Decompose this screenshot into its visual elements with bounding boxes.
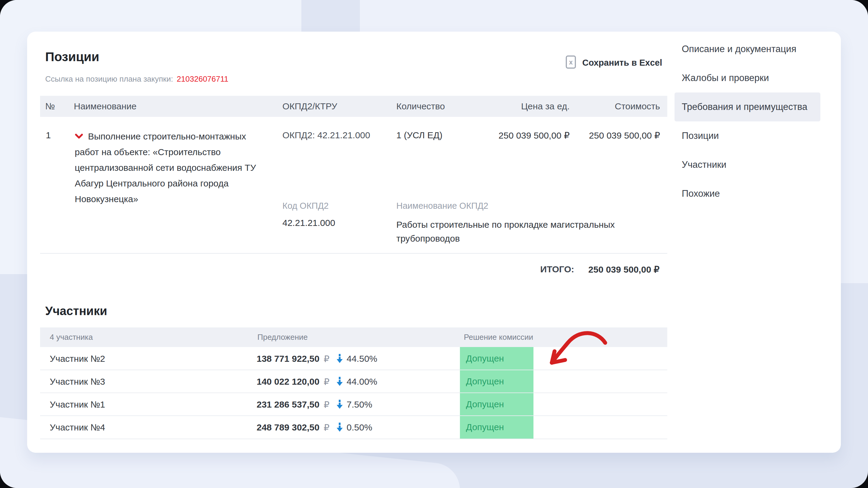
- participant-name: Участник №1: [50, 399, 105, 410]
- sidebar-item-participants[interactable]: Участники: [675, 150, 820, 179]
- okpd-code-label: Код ОКПД2: [282, 201, 329, 211]
- position-name[interactable]: Выполнение строительно-монтажных работ н…: [75, 129, 268, 207]
- sidebar-item-description[interactable]: Описание и документация: [675, 35, 820, 64]
- sidebar-item-similar[interactable]: Похожие: [675, 179, 820, 208]
- col-okpd: ОКПД2/КТРУ: [282, 96, 337, 117]
- discount-down-icon: [336, 422, 344, 433]
- currency-sign: ₽: [324, 377, 330, 387]
- svg-text:x: x: [569, 59, 573, 66]
- red-arrow-annotation: [539, 328, 618, 381]
- col-offer: Предложение: [257, 327, 308, 347]
- discount-down-icon: [336, 377, 344, 387]
- sidebar-nav: Описание и документация Жалобы и проверк…: [675, 35, 820, 208]
- currency-sign: ₽: [324, 399, 330, 410]
- position-name-text: Выполнение строительно-монтажных работ н…: [75, 131, 256, 204]
- participant-row[interactable]: Участник №1 231 286 537,50 ₽ 7.50%: [40, 393, 667, 416]
- col-commission-decision: Решение комиссии: [464, 327, 533, 347]
- participant-name: Участник №4: [50, 422, 105, 432]
- qty-value: 1 (УСЛ ЕД): [396, 130, 442, 140]
- section-divider: [40, 253, 667, 254]
- cost-value: 250 039 500,00 ₽: [569, 130, 660, 141]
- total-label: ИТОГО:: [484, 264, 574, 274]
- okpd-code-value: 42.21.21.000: [282, 218, 335, 228]
- col-unit-price: Цена за ед.: [521, 96, 569, 117]
- col-qty: Количество: [396, 96, 445, 117]
- row-divider: [40, 392, 667, 393]
- screen-background: Позиции x Сохранить в Excel Ссылка на по…: [0, 0, 868, 488]
- sidebar-item-requirements[interactable]: Требования и преимущества: [675, 93, 820, 121]
- row-divider: [40, 415, 667, 416]
- plan-link-number[interactable]: 210326076711: [177, 74, 228, 84]
- participant-name: Участник №3: [50, 377, 105, 387]
- discount-down-icon: [336, 354, 344, 364]
- col-cost: Стоимость: [615, 96, 660, 117]
- discount-percent: 44.50%: [347, 354, 377, 364]
- row-number: 1: [46, 130, 51, 140]
- total-value: 250 039 500,00 ₽: [569, 264, 659, 275]
- col-participants-count: 4 участника: [50, 327, 93, 347]
- plan-link-line: Ссылка на позицию плана закупки: 2103260…: [45, 74, 228, 84]
- col-name: Наименование: [74, 96, 136, 117]
- main-card: Позиции x Сохранить в Excel Ссылка на по…: [27, 32, 841, 453]
- okpd-value: ОКПД2: 42.21.21.000: [282, 130, 370, 140]
- okpd-name-label: Наименование ОКПД2: [396, 201, 488, 211]
- currency-sign: ₽: [324, 354, 330, 364]
- participant-row[interactable]: Участник №4 248 789 302,50 ₽ 0.50%: [40, 416, 667, 438]
- participant-name: Участник №2: [50, 354, 105, 364]
- sidebar-item-complaints[interactable]: Жалобы и проверки: [675, 64, 820, 93]
- positions-table-header: № Наименование ОКПД2/КТРУ Количество Цен…: [40, 96, 667, 117]
- offer-amount: 231 286 537,50: [229, 399, 319, 410]
- col-number: №: [45, 96, 55, 117]
- discount-percent: 44.00%: [347, 377, 377, 387]
- sidebar-item-positions[interactable]: Позиции: [675, 121, 820, 150]
- offer-amount: 138 771 922,50: [229, 354, 319, 364]
- offer-amount: 140 022 120,00: [229, 377, 319, 387]
- discount-percent: 7.50%: [347, 399, 372, 410]
- okpd-name-value: Работы строительные по прокладке магистр…: [396, 218, 661, 246]
- participants-title: Участники: [45, 304, 107, 318]
- row-divider: [40, 438, 667, 439]
- discount-down-icon: [336, 399, 344, 410]
- currency-sign: ₽: [324, 422, 330, 433]
- positions-title: Позиции: [45, 50, 99, 64]
- save-to-excel-label: Сохранить в Excel: [582, 58, 662, 68]
- plan-link-label: Ссылка на позицию плана закупки:: [45, 74, 173, 84]
- offer-amount: 248 789 302,50: [229, 422, 319, 432]
- chevron-down-icon[interactable]: [75, 129, 83, 144]
- save-to-excel-button[interactable]: x Сохранить в Excel: [565, 55, 662, 70]
- discount-percent: 0.50%: [347, 422, 372, 432]
- unit-price-value: 250 039 500,00 ₽: [479, 130, 569, 141]
- excel-file-icon: x: [565, 55, 576, 70]
